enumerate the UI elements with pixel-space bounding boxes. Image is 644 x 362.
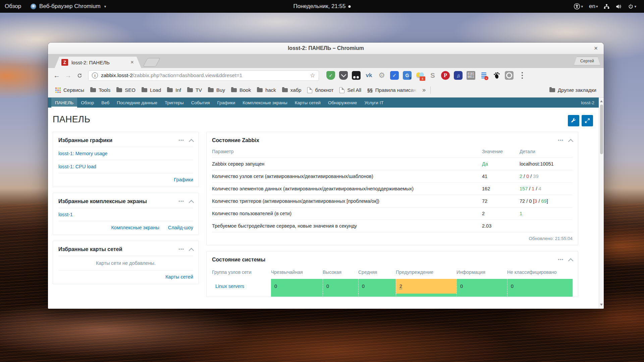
warning-count-link[interactable]: 2	[399, 284, 402, 289]
scroll-down-arrow-icon[interactable]	[600, 304, 603, 307]
back-button[interactable]: ←	[51, 70, 62, 81]
window-titlebar[interactable]: losst-2: ПАНЕЛЬ – Chromium ×	[48, 43, 604, 54]
status-row: Количество триггеров (активированных/деа…	[212, 195, 573, 207]
znav-item-web[interactable]: Веб	[98, 98, 113, 108]
favourite-maps-widget: Избранные карты сетей ••• Карты сети не …	[53, 241, 199, 284]
gear-icon[interactable]: ⚙	[377, 71, 386, 80]
folder-icon	[142, 88, 147, 92]
fullscreen-button[interactable]	[582, 115, 593, 126]
vk-icon[interactable]: vk	[365, 71, 373, 80]
tab-losst-2[interactable]: Z losst-2: ПАНЕЛЬ ×	[55, 57, 141, 68]
widget-collapse-icon[interactable]	[189, 248, 194, 253]
window-close-button[interactable]: ×	[592, 43, 600, 54]
browser-menu-kebab-icon[interactable]	[518, 71, 527, 80]
new-tab-button[interactable]	[143, 58, 160, 67]
graphs-footer-link[interactable]: Графики	[174, 177, 193, 182]
bookmark-item[interactable]: хабр	[279, 86, 304, 94]
bookmark-item[interactable]: §§Правила написан	[365, 86, 419, 94]
clock[interactable]: Понедельник, 21:55	[293, 3, 351, 10]
network-menu[interactable]	[601, 4, 612, 9]
widget-collapse-icon[interactable]	[189, 139, 194, 144]
bookmarks-overflow-icon[interactable]: »	[422, 86, 426, 94]
messenger-check-icon[interactable]: ✓	[390, 71, 399, 80]
camera-icon[interactable]	[505, 71, 514, 80]
pinterest-icon[interactable]: P	[441, 71, 450, 80]
widget-menu-icon[interactable]: •••	[178, 200, 184, 203]
gnome-top-bar: Обзор Веб-браузер Chromium ▾ Понедельник…	[0, 0, 644, 13]
gnome-foot-icon[interactable]	[492, 71, 501, 80]
znav-item-events[interactable]: События	[187, 98, 214, 108]
znav-item-screens[interactable]: Комплексные экраны	[239, 98, 291, 108]
system-table-header: Группа узлов сети Чрезвычайная Высокая С…	[212, 266, 573, 279]
graph-link[interactable]: losst-1: Memory usage	[58, 151, 108, 156]
widget-collapse-icon[interactable]	[189, 200, 194, 205]
bookmark-item[interactable]: Book	[228, 86, 254, 94]
screens-footer-link[interactable]: Комплексные экраны	[111, 225, 159, 230]
bookmark-item[interactable]: hack	[254, 86, 279, 94]
adguard-shield-icon[interactable]: ✓	[326, 71, 335, 80]
url-text[interactable]: zabbix.losst-2/zabbix.php?action=dashboa…	[101, 72, 307, 78]
widget-menu-icon[interactable]: •••	[178, 248, 184, 251]
lightbulbs-icon[interactable]: 4	[416, 71, 424, 80]
grayscale-s-icon[interactable]: S	[428, 71, 437, 80]
bookmark-item[interactable]: Inf	[164, 86, 184, 94]
widget-title: Избранные карты сетей	[58, 246, 122, 252]
zabbix-content: ПАНЕЛЬ	[48, 108, 599, 297]
power-icon	[628, 4, 634, 9]
scroll-up-arrow-icon[interactable]	[600, 99, 603, 102]
znav-item-overview[interactable]: Обзор	[77, 98, 98, 108]
znav-item-maps[interactable]: Карты сетей	[291, 98, 324, 108]
power-menu[interactable]: ▾	[625, 4, 639, 9]
bookmark-item[interactable]: Buy	[205, 86, 228, 94]
znav-item-it-services[interactable]: Услуги IT	[361, 98, 387, 108]
google-translate-icon[interactable]: G x	[403, 71, 412, 80]
bookmark-item[interactable]: TV	[184, 86, 205, 94]
apps-grid-icon	[55, 87, 61, 93]
maps-footer-link[interactable]: Карты сетей	[165, 274, 193, 280]
dark-reader-icon[interactable]	[352, 71, 361, 80]
bookmark-item[interactable]: блокнот	[305, 86, 336, 95]
host-group-link[interactable]: Linux servers	[215, 284, 244, 289]
screen-link[interactable]: losst-1	[58, 212, 73, 217]
binary-code-icon[interactable]: 0101 0011	[467, 71, 475, 80]
accessibility-menu[interactable]: ▾	[571, 3, 586, 10]
bookmark-item[interactable]: Load	[139, 86, 164, 94]
activities-button[interactable]: Обзор	[0, 0, 26, 13]
severity-cell-information: 0	[457, 279, 507, 294]
folder-icon	[231, 88, 237, 92]
dashboard-edit-button[interactable]	[568, 115, 579, 126]
widget-menu-icon[interactable]: •••	[178, 139, 184, 142]
slideshow-footer-link[interactable]: Слайд-шоу	[168, 225, 193, 230]
profile-badge[interactable]: Сергей	[574, 57, 600, 65]
status-row: Zabbix сервер запущен Да localhost:10051	[212, 158, 573, 170]
widget-collapse-icon[interactable]	[568, 258, 574, 263]
znav-item-discovery[interactable]: Обнаружение	[324, 98, 361, 108]
forward-button[interactable]: →	[63, 70, 73, 81]
volume-menu[interactable]	[612, 3, 625, 10]
znav-item-triggers[interactable]: Триггеры	[161, 98, 187, 108]
widget-menu-icon[interactable]: •••	[558, 139, 564, 142]
keyboard-layout-menu[interactable]: en ▾	[586, 3, 601, 10]
bookmark-item[interactable]: Сервисы	[53, 86, 87, 94]
tab-close-icon[interactable]: ×	[130, 59, 135, 66]
other-bookmarks-button[interactable]: Другие закладки	[547, 86, 599, 94]
app-menu-button[interactable]: Веб-браузер Chromium ▾	[26, 0, 111, 13]
music-note-icon[interactable]: ♫	[454, 71, 463, 80]
znav-item-dashboard[interactable]: ПАНЕЛЬ	[51, 98, 77, 108]
scrollbar-thumb[interactable]	[600, 105, 603, 154]
znav-item-graphs[interactable]: Графики	[214, 98, 239, 108]
bookmark-item[interactable]: Tools	[88, 86, 113, 94]
znav-item-latest-data[interactable]: Последние данные	[113, 98, 161, 108]
pocket-icon[interactable]	[339, 71, 348, 80]
bookmark-star-icon[interactable]: ☆	[310, 72, 315, 79]
graph-link[interactable]: losst-1: CPU load	[58, 164, 96, 169]
reload-button[interactable]	[74, 70, 85, 81]
bookmark-item[interactable]: SEO	[114, 86, 138, 94]
widget-menu-icon[interactable]: •••	[558, 258, 564, 261]
page-info-icon[interactable]: i	[92, 72, 98, 78]
list-blocker-icon[interactable]: ×	[479, 71, 488, 80]
page-scrollbar[interactable]	[599, 98, 604, 309]
widget-collapse-icon[interactable]	[568, 139, 574, 144]
bookmark-item[interactable]: Sel All	[337, 86, 364, 95]
address-bar[interactable]: i zabbix.losst-2/zabbix.php?action=dashb…	[88, 70, 319, 81]
